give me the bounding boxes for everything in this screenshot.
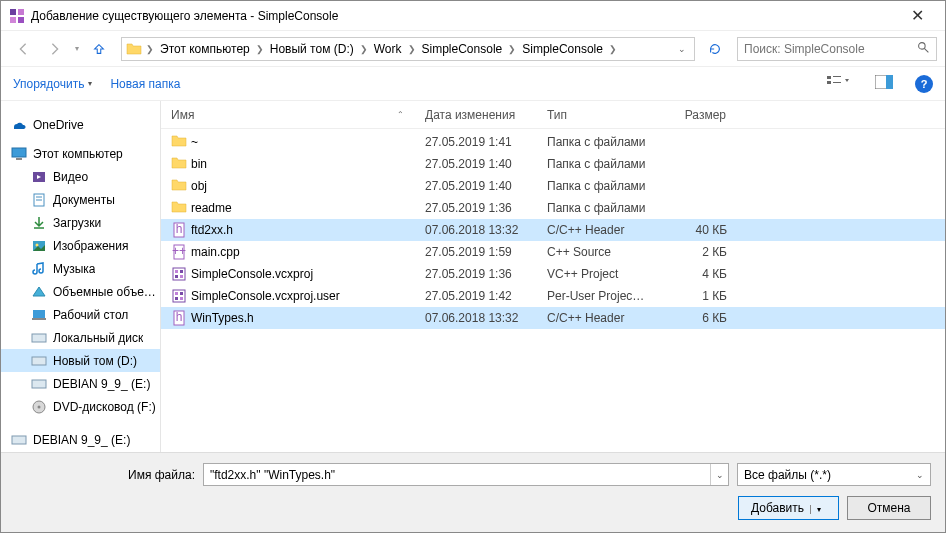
up-button[interactable] [85, 35, 113, 63]
computer-icon [11, 146, 27, 162]
file-row[interactable]: SimpleConsole.vcxproj27.05.2019 1:36VC++… [161, 263, 945, 285]
sidebar-item-label: Музыка [53, 262, 95, 276]
file-name-cell: readme [161, 200, 415, 216]
search-box[interactable] [737, 37, 937, 61]
file-type-cell: C/C++ Header [537, 311, 657, 325]
sidebar-this-pc[interactable]: Этот компьютер [1, 142, 160, 165]
cancel-button[interactable]: Отмена [847, 496, 931, 520]
file-date-cell: 27.05.2019 1:41 [415, 135, 537, 149]
file-date-cell: 27.05.2019 1:36 [415, 267, 537, 281]
file-icon [171, 266, 187, 282]
sidebar-detached-drive[interactable]: DEBIAN 9_9_ (E:) [1, 428, 160, 451]
split-dropdown-icon[interactable]: ▾ [810, 505, 826, 514]
breadcrumb-dropdown[interactable]: ⌄ [678, 44, 686, 54]
file-name-cell: ~ [161, 134, 415, 150]
history-dropdown[interactable]: ▾ [73, 44, 81, 53]
file-row[interactable]: hftd2xx.h07.06.2018 13:32C/C++ Header40 … [161, 219, 945, 241]
svg-rect-34 [173, 268, 185, 280]
file-row[interactable]: ++main.cpp27.05.2019 1:59C++ Source2 КБ [161, 241, 945, 263]
file-icon [171, 288, 187, 304]
svg-rect-38 [180, 275, 183, 278]
chevron-right-icon[interactable]: ❯ [254, 44, 266, 54]
column-type[interactable]: Тип [537, 101, 657, 128]
file-row[interactable]: SimpleConsole.vcxproj.user27.05.2019 1:4… [161, 285, 945, 307]
crumb-2[interactable]: Work [370, 42, 406, 56]
sidebar-item-label: Загрузки [53, 216, 101, 230]
sidebar: OneDrive Этот компьютер ВидеоДокументыЗа… [1, 101, 161, 452]
titlebar: Добавление существующего элемента - Simp… [1, 1, 945, 31]
sidebar-item[interactable]: Изображения [1, 234, 160, 257]
forward-button[interactable] [41, 35, 69, 63]
search-icon[interactable] [917, 41, 930, 57]
svg-rect-36 [180, 270, 183, 273]
content-area: OneDrive Этот компьютер ВидеоДокументыЗа… [1, 101, 945, 452]
organize-button[interactable]: Упорядочить▾ [13, 77, 92, 91]
crumb-0[interactable]: Этот компьютер [156, 42, 254, 56]
svg-rect-35 [175, 270, 178, 273]
file-type-cell: Папка с файлами [537, 135, 657, 149]
svg-rect-40 [175, 292, 178, 295]
file-row[interactable]: bin27.05.2019 1:40Папка с файлами [161, 153, 945, 175]
column-size[interactable]: Размер [657, 101, 737, 128]
file-icon [171, 134, 187, 150]
sidebar-item[interactable]: Новый том (D:) [1, 349, 160, 372]
svg-rect-13 [16, 158, 22, 160]
file-size-cell: 4 КБ [657, 267, 737, 281]
sidebar-item[interactable]: Документы [1, 188, 160, 211]
refresh-button[interactable] [703, 37, 727, 61]
view-options-button[interactable] [823, 73, 853, 94]
sidebar-item[interactable]: Загрузки [1, 211, 160, 234]
file-row[interactable]: obj27.05.2019 1:40Папка с файлами [161, 175, 945, 197]
sidebar-item-label: Изображения [53, 239, 128, 253]
search-input[interactable] [744, 42, 913, 56]
close-button[interactable]: ✕ [897, 6, 937, 25]
back-button[interactable] [9, 35, 37, 63]
chevron-right-icon[interactable]: ❯ [406, 44, 418, 54]
help-button[interactable]: ? [915, 75, 933, 93]
sidebar-item[interactable]: DVD-дисковод (F:) [1, 395, 160, 418]
svg-rect-6 [827, 76, 831, 79]
crumb-4[interactable]: SimpleConsole [518, 42, 607, 56]
file-type-cell: VC++ Project [537, 267, 657, 281]
filename-field-wrap[interactable]: ⌄ [203, 463, 729, 486]
chevron-right-icon[interactable]: ❯ [144, 44, 156, 54]
sidebar-item[interactable]: Рабочий стол [1, 303, 160, 326]
chevron-right-icon[interactable]: ❯ [358, 44, 370, 54]
chevron-right-icon[interactable]: ❯ [607, 44, 619, 54]
add-button[interactable]: Добавить▾ [738, 496, 839, 520]
file-size-cell: 40 КБ [657, 223, 737, 237]
sidebar-item-icon [31, 169, 47, 185]
sidebar-item[interactable]: Видео [1, 165, 160, 188]
chevron-down-icon: ⌄ [916, 470, 924, 480]
chevron-right-icon[interactable]: ❯ [506, 44, 518, 54]
crumb-3[interactable]: SimpleConsole [418, 42, 507, 56]
new-folder-button[interactable]: Новая папка [110, 77, 180, 91]
filename-input[interactable] [204, 464, 710, 485]
column-name[interactable]: Имя⌃ [161, 101, 415, 128]
sidebar-item[interactable]: Музыка [1, 257, 160, 280]
svg-rect-42 [175, 297, 178, 300]
sidebar-item[interactable]: DEBIAN 9_9_ (E:) [1, 372, 160, 395]
file-list: Имя⌃ Дата изменения Тип Размер ~27.05.20… [161, 101, 945, 452]
toolbar: Упорядочить▾ Новая папка ? [1, 67, 945, 101]
svg-text:h: h [176, 310, 183, 324]
breadcrumb[interactable]: ❯ Этот компьютер ❯ Новый том (D:) ❯ Work… [121, 37, 695, 61]
column-date[interactable]: Дата изменения [415, 101, 537, 128]
file-row[interactable]: ~27.05.2019 1:41Папка с файлами [161, 131, 945, 153]
svg-rect-11 [886, 75, 893, 89]
file-icon: h [171, 222, 187, 238]
filename-dropdown[interactable]: ⌄ [710, 464, 728, 485]
file-type-cell: C++ Source [537, 245, 657, 259]
sidebar-item[interactable]: Локальный диск [1, 326, 160, 349]
crumb-1[interactable]: Новый том (D:) [266, 42, 358, 56]
sidebar-onedrive[interactable]: OneDrive [1, 113, 160, 136]
file-row[interactable]: readme27.05.2019 1:36Папка с файлами [161, 197, 945, 219]
file-date-cell: 07.06.2018 13:32 [415, 223, 537, 237]
svg-rect-41 [180, 292, 183, 295]
sort-indicator-icon: ⌃ [397, 110, 404, 119]
svg-rect-29 [12, 436, 26, 444]
file-type-filter[interactable]: Все файлы (*.*) ⌄ [737, 463, 931, 486]
preview-pane-button[interactable] [871, 73, 897, 94]
sidebar-item[interactable]: Объемные объекты [1, 280, 160, 303]
file-row[interactable]: hWinTypes.h07.06.2018 13:32C/C++ Header6… [161, 307, 945, 329]
